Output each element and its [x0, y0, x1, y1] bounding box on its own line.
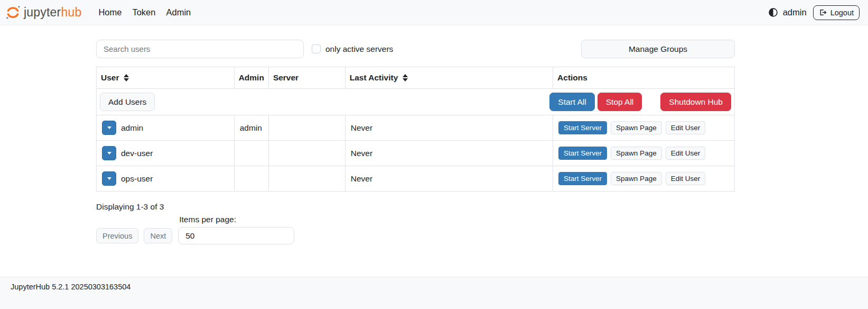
admin-cell: admin	[234, 115, 268, 141]
brand-hub: hub	[61, 5, 81, 19]
main-content: only active servers Manage Groups User	[0, 25, 868, 277]
col-last-activity-label: Last Activity	[350, 73, 398, 83]
start-server-button[interactable]: Start Server	[558, 172, 607, 185]
start-all-button[interactable]: Start All	[549, 93, 594, 111]
spawn-page-button[interactable]: Spawn Page	[611, 147, 662, 160]
col-server-header: Server	[268, 67, 345, 89]
start-server-button[interactable]: Start Server	[558, 147, 607, 160]
jupyterhub-logo-icon	[5, 5, 21, 20]
last-activity-cell: Never	[345, 166, 553, 192]
logout-label: Logout	[830, 8, 854, 17]
active-servers-checkbox[interactable]	[312, 44, 321, 53]
spawn-page-button[interactable]: Spawn Page	[611, 172, 662, 185]
server-cell	[268, 166, 345, 192]
items-per-page-input[interactable]	[178, 227, 294, 244]
footer-version: JupyterHub 5.2.1 20250303163504	[11, 283, 130, 291]
caret-down-icon	[107, 177, 111, 180]
sort-last-activity-icon[interactable]	[403, 74, 408, 81]
previous-button[interactable]: Previous	[96, 228, 138, 243]
sort-user-icon[interactable]	[124, 74, 129, 81]
col-actions-header: Actions	[553, 67, 735, 89]
manage-groups-button[interactable]: Manage Groups	[581, 40, 735, 58]
pagination-controls: Previous Next Items per page:	[96, 215, 735, 244]
stop-all-button[interactable]: Stop All	[598, 93, 642, 111]
theme-toggle-icon[interactable]	[769, 8, 778, 17]
table-controls-row: Add Users Start All Stop All Shutdown Hu…	[97, 89, 735, 115]
username-label: admin	[121, 123, 143, 133]
pagination-summary: Displaying 1-3 of 3	[96, 202, 735, 212]
active-servers-label[interactable]: only active servers	[325, 44, 393, 54]
edit-user-button[interactable]: Edit User	[666, 121, 706, 134]
server-cell	[268, 141, 345, 166]
current-user-label: admin	[783, 7, 807, 17]
table-row: dev-user Never Start Server Spawn Page E…	[97, 141, 735, 166]
nav-links: Home Token Admin	[93, 3, 196, 22]
table-header-row: User Admin Server Last Activity Actions	[97, 67, 735, 89]
col-admin-header: Admin	[234, 67, 268, 89]
brand-text: jupyterhub	[24, 5, 81, 20]
admin-cell	[234, 166, 268, 192]
search-input[interactable]	[96, 40, 304, 58]
footer: JupyterHub 5.2.1 20250303163504	[0, 277, 868, 309]
edit-user-button[interactable]: Edit User	[666, 172, 706, 185]
spawn-page-button[interactable]: Spawn Page	[611, 121, 662, 134]
navbar: jupyterhub Home Token Admin admin Logout	[0, 0, 868, 25]
user-dropdown-button[interactable]	[102, 171, 116, 186]
col-user-label: User	[101, 73, 119, 83]
users-table: User Admin Server Last Activity Actions	[96, 67, 735, 192]
nav-link-token[interactable]: Token	[127, 3, 161, 22]
user-dropdown-button[interactable]	[102, 121, 116, 135]
toolbar: only active servers Manage Groups	[96, 40, 735, 58]
col-user-header: User	[97, 67, 235, 89]
table-row: ops-user Never Start Server Spawn Page E…	[97, 166, 735, 192]
table-row: admin admin Never Start Server Spawn Pag…	[97, 115, 735, 141]
next-button[interactable]: Next	[144, 228, 172, 243]
server-cell	[268, 115, 345, 141]
brand-jupyter: jupyter	[24, 5, 61, 19]
jupyterhub-logo[interactable]: jupyterhub	[5, 5, 81, 20]
admin-cell	[234, 141, 268, 166]
add-users-button[interactable]: Add Users	[100, 93, 155, 111]
edit-user-button[interactable]: Edit User	[666, 147, 706, 160]
navbar-right: admin Logout	[769, 5, 860, 20]
nav-link-admin[interactable]: Admin	[161, 3, 196, 22]
col-last-activity-header: Last Activity	[345, 67, 553, 89]
logout-button[interactable]: Logout	[813, 5, 860, 20]
shutdown-hub-button[interactable]: Shutdown Hub	[660, 93, 731, 111]
last-activity-cell: Never	[345, 141, 553, 166]
caret-down-icon	[107, 126, 111, 129]
active-servers-filter: only active servers	[312, 44, 393, 54]
items-per-page-label: Items per page:	[179, 215, 294, 224]
start-server-button[interactable]: Start Server	[558, 121, 607, 134]
last-activity-cell: Never	[345, 115, 553, 141]
logout-icon	[819, 8, 827, 16]
username-label: dev-user	[121, 149, 153, 158]
caret-down-icon	[107, 152, 111, 154]
user-dropdown-button[interactable]	[102, 146, 116, 160]
username-label: ops-user	[121, 174, 153, 184]
nav-link-home[interactable]: Home	[93, 3, 127, 22]
